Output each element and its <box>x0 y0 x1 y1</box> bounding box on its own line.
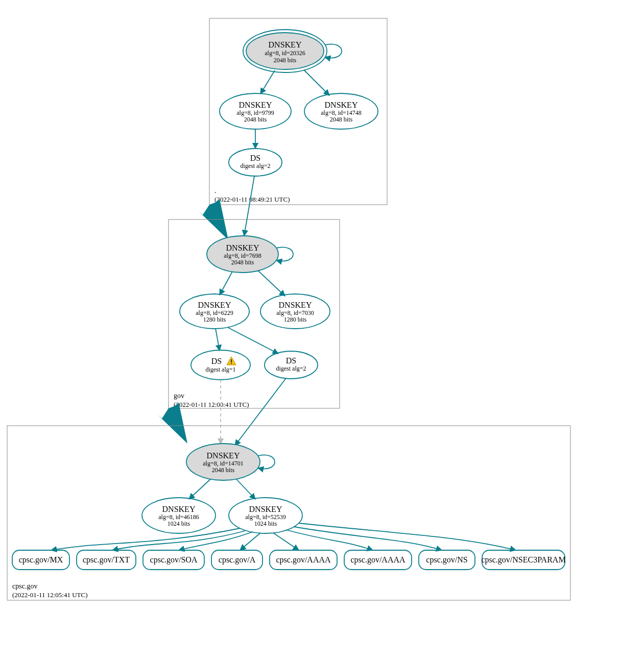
edge-zsk2-nsec3 <box>299 523 516 550</box>
record-aaaa-2: cpsc.gov/AAAA <box>344 550 412 570</box>
node-root-ksk: DNSKEY alg=8, id=20326 2048 bits <box>243 30 327 72</box>
record-a: cpsc.gov/A <box>211 550 263 570</box>
record-soa: cpsc.gov/SOA <box>143 550 204 570</box>
svg-text:alg=8, id=52539: alg=8, id=52539 <box>245 513 286 521</box>
svg-text:alg=8, id=14701: alg=8, id=14701 <box>203 460 244 467</box>
svg-text:cpsc.gov/NS: cpsc.gov/NS <box>426 555 467 564</box>
svg-text:2048 bits: 2048 bits <box>274 57 297 64</box>
zone-cpsc-name: cpsc.gov <box>12 582 37 590</box>
edge-root-ksk-self <box>325 44 342 58</box>
svg-text:alg=8, id=14748: alg=8, id=14748 <box>321 109 362 116</box>
svg-text:2048 bits: 2048 bits <box>330 116 353 123</box>
svg-text:cpsc.gov/AAAA: cpsc.gov/AAAA <box>276 555 331 564</box>
svg-text:DS: DS <box>286 356 296 365</box>
svg-text:cpsc.gov/AAAA: cpsc.gov/AAAA <box>350 555 406 564</box>
zone-gov-ts: (2022-01-11 12:00:41 UTC) <box>174 401 249 408</box>
edge-zsk2-aaaa2 <box>286 530 373 550</box>
svg-text:2048 bits: 2048 bits <box>244 116 267 123</box>
zone-gov-name: gov <box>174 392 184 400</box>
svg-text:cpsc.gov/A: cpsc.gov/A <box>219 555 256 564</box>
node-gov-zsk2: DNSKEY alg=8, id=7030 1280 bits <box>260 294 330 329</box>
svg-text:alg=8, id=9799: alg=8, id=9799 <box>236 109 274 116</box>
svg-text:DNSKEY: DNSKEY <box>279 301 312 309</box>
svg-text:2048 bits: 2048 bits <box>212 466 235 474</box>
edge-cpscksk-zsk1 <box>189 479 211 499</box>
svg-text:cpsc.gov/TXT: cpsc.gov/TXT <box>83 555 130 564</box>
record-aaaa-1: cpsc.gov/AAAA <box>270 550 337 570</box>
edge-rootksk-zsk2 <box>304 70 329 95</box>
edge-cpscksk-self <box>258 455 275 469</box>
edge-zsk2-aaaa1 <box>273 533 299 550</box>
edge-govksk-self <box>276 248 293 261</box>
edge-rootds-govksk <box>244 176 254 236</box>
zone-root-ts: (2022-01-11 08:49:21 UTC) <box>214 195 290 203</box>
node-root-zsk1: DNSKEY alg=8, id=9799 2048 bits <box>220 93 291 129</box>
edge-govds2-cpscksk <box>235 378 286 446</box>
svg-text:DNSKEY: DNSKEY <box>249 505 282 513</box>
node-cpsc-ksk: DNSKEY alg=8, id=14701 2048 bits <box>186 444 260 480</box>
svg-text:1280 bits: 1280 bits <box>203 316 226 323</box>
record-txt: cpsc.gov/TXT <box>77 550 136 570</box>
record-nsec3param: cpsc.gov/NSEC3PARAM <box>481 550 565 570</box>
svg-text:1024 bits: 1024 bits <box>254 520 277 527</box>
svg-text:digest alg=2: digest alg=2 <box>240 162 270 169</box>
svg-rect-33 <box>231 359 232 362</box>
node-root-zsk2: DNSKEY alg=8, id=14748 2048 bits <box>304 93 378 129</box>
edge-govksk-zsk2 <box>258 271 285 296</box>
svg-text:DNSKEY: DNSKEY <box>198 301 231 309</box>
svg-text:1280 bits: 1280 bits <box>284 316 307 323</box>
edge-govksk-zsk1 <box>220 272 232 295</box>
svg-text:alg=8, id=20326: alg=8, id=20326 <box>265 50 305 57</box>
svg-rect-34 <box>231 363 232 364</box>
svg-text:DNSKEY: DNSKEY <box>325 101 358 109</box>
svg-text:1024 bits: 1024 bits <box>168 520 190 527</box>
zone-root-name: . <box>214 187 217 194</box>
svg-text:DNSKEY: DNSKEY <box>239 101 272 109</box>
node-root-ds: DS digest alg=2 <box>229 149 282 176</box>
svg-text:DNSKEY: DNSKEY <box>269 40 302 49</box>
zone-cpsc-ts: (2022-01-11 12:05:41 UTC) <box>12 591 88 599</box>
svg-text:DS: DS <box>250 154 260 162</box>
big-arrow-gov-cpsc <box>157 403 187 444</box>
svg-text:alg=8, id=6229: alg=8, id=6229 <box>196 309 233 316</box>
svg-text:cpsc.gov/MX: cpsc.gov/MX <box>19 555 63 564</box>
svg-text:cpsc.gov/SOA: cpsc.gov/SOA <box>150 555 198 564</box>
svg-text:DNSKEY: DNSKEY <box>207 451 240 460</box>
record-mx: cpsc.gov/MX <box>12 550 69 570</box>
node-cpsc-zsk1: DNSKEY alg=8, id=46186 1024 bits <box>142 498 216 533</box>
edge-zsk2-mx <box>51 528 240 550</box>
svg-text:digest alg=2: digest alg=2 <box>276 365 306 372</box>
node-gov-ksk: DNSKEY alg=8, id=7698 2048 bits <box>207 236 278 273</box>
svg-text:alg=8, id=7030: alg=8, id=7030 <box>276 309 314 316</box>
edge-govzsk1-ds2 <box>227 327 278 354</box>
svg-text:digest alg=1: digest alg=1 <box>205 366 235 373</box>
record-ns: cpsc.gov/NS <box>419 550 475 570</box>
edge-cpscksk-zsk2 <box>236 479 255 499</box>
svg-text:alg=8, id=46186: alg=8, id=46186 <box>158 513 199 521</box>
svg-text:DS: DS <box>211 357 222 365</box>
edge-rootksk-zsk1 <box>260 70 275 94</box>
node-gov-ds2: DS digest alg=2 <box>265 351 318 379</box>
svg-text:2048 bits: 2048 bits <box>231 259 254 266</box>
node-gov-ds1: DS digest alg=1 <box>191 350 250 380</box>
svg-text:DNSKEY: DNSKEY <box>226 243 259 252</box>
svg-text:alg=8, id=7698: alg=8, id=7698 <box>224 252 261 259</box>
edge-govzsk1-ds1 <box>216 329 220 351</box>
node-gov-zsk1: DNSKEY alg=8, id=6229 1280 bits <box>180 294 249 329</box>
svg-text:cpsc.gov/NSEC3PARAM: cpsc.gov/NSEC3PARAM <box>481 555 565 564</box>
svg-text:DNSKEY: DNSKEY <box>162 505 196 513</box>
